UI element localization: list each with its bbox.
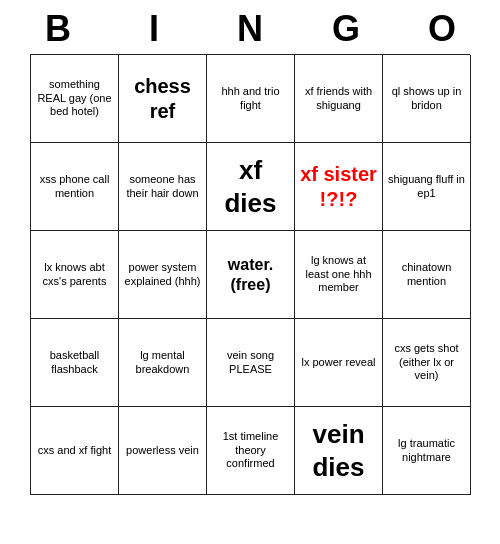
bingo-cell-2: hhh and trio fight	[207, 55, 295, 143]
bingo-cell-21: powerless vein	[119, 407, 207, 495]
header-letter-B: B	[14, 8, 102, 50]
bingo-cell-14: chinatown mention	[383, 231, 471, 319]
bingo-cell-9: shiguang fluff in ep1	[383, 143, 471, 231]
bingo-header: BINGO	[10, 0, 490, 54]
bingo-cell-10: lx knows abt cxs's parents	[31, 231, 119, 319]
bingo-cell-0: something REAL gay (one bed hotel)	[31, 55, 119, 143]
bingo-cell-23: vein dies	[295, 407, 383, 495]
header-letter-G: G	[302, 8, 390, 50]
header-letter-O: O	[398, 8, 486, 50]
bingo-cell-15: basketball flashback	[31, 319, 119, 407]
bingo-cell-13: lg knows at least one hhh member	[295, 231, 383, 319]
bingo-cell-1: chess ref	[119, 55, 207, 143]
bingo-cell-11: power system explained (hhh)	[119, 231, 207, 319]
bingo-cell-19: cxs gets shot (either lx or vein)	[383, 319, 471, 407]
header-letter-N: N	[206, 8, 294, 50]
header-letter-I: I	[110, 8, 198, 50]
bingo-cell-22: 1st timeline theory confirmed	[207, 407, 295, 495]
bingo-cell-18: lx power reveal	[295, 319, 383, 407]
bingo-cell-17: vein song PLEASE	[207, 319, 295, 407]
bingo-cell-16: lg mental breakdown	[119, 319, 207, 407]
bingo-grid: something REAL gay (one bed hotel)chess …	[30, 54, 470, 495]
bingo-cell-5: xss phone call mention	[31, 143, 119, 231]
bingo-cell-8: xf sister !?!?	[295, 143, 383, 231]
bingo-cell-20: cxs and xf fight	[31, 407, 119, 495]
bingo-cell-24: lg traumatic nightmare	[383, 407, 471, 495]
bingo-cell-7: xf dies	[207, 143, 295, 231]
bingo-cell-12: water. (free)	[207, 231, 295, 319]
bingo-cell-4: ql shows up in bridon	[383, 55, 471, 143]
bingo-cell-6: someone has their hair down	[119, 143, 207, 231]
bingo-cell-3: xf friends with shiguang	[295, 55, 383, 143]
